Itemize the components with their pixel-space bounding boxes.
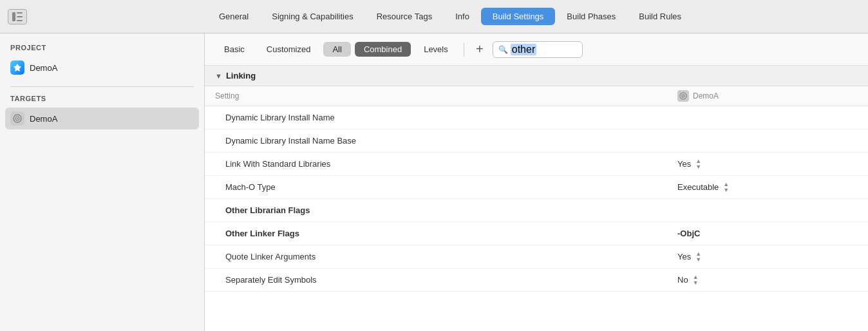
row-setting-label: Dynamic Library Install Name xyxy=(225,113,677,122)
section-title: Linking xyxy=(226,71,256,80)
filter-divider xyxy=(464,43,464,57)
tab-general[interactable]: General xyxy=(207,8,260,25)
row-value: -ObjC xyxy=(677,229,858,238)
project-section-label: PROJECT xyxy=(0,44,204,57)
demoa-column-icon xyxy=(677,90,689,102)
sidebar-toggle-button[interactable] xyxy=(8,9,27,24)
svg-point-6 xyxy=(17,118,18,119)
target-name: DemoA xyxy=(30,114,57,124)
tab-signing[interactable]: Signing & Capabilities xyxy=(260,8,364,25)
table-row[interactable]: Other Librarian Flags xyxy=(205,199,868,222)
stepper-icon: ▲▼ xyxy=(695,251,701,263)
levels-filter-button[interactable]: Levels xyxy=(415,42,457,57)
svg-rect-2 xyxy=(17,16,23,17)
search-highlight: other xyxy=(511,44,536,55)
top-nav-bar: General Signing & Capabilities Resource … xyxy=(0,0,868,33)
targets-section-label: TARGETS xyxy=(0,95,204,108)
main-content: PROJECT DemoA TARGETS DemoA xyxy=(0,33,868,331)
stepper-icon: ▲▼ xyxy=(723,182,729,193)
row-setting-label: Other Librarian Flags xyxy=(225,205,677,215)
tab-info[interactable]: Info xyxy=(444,8,481,25)
sidebar-project-demoa[interactable]: DemoA xyxy=(0,57,204,79)
all-filter-button[interactable]: All xyxy=(323,42,350,57)
table-row[interactable]: Other Linker Flags -ObjC xyxy=(205,222,868,245)
search-icon: 🔍 xyxy=(498,45,508,54)
target-icon xyxy=(10,111,24,126)
table-row[interactable]: Dynamic Library Install Name Base xyxy=(205,129,868,153)
column-headers: Setting DemoA xyxy=(205,86,868,106)
row-value: No ▲▼ xyxy=(677,274,858,286)
table-row[interactable]: Separately Edit Symbols No ▲▼ xyxy=(205,269,868,292)
svg-rect-3 xyxy=(17,20,23,21)
settings-table: ▼ Linking Setting DemoA xyxy=(205,66,868,331)
tab-build-rules[interactable]: Build Rules xyxy=(627,8,693,25)
row-setting-label: Link With Standard Libraries xyxy=(225,159,677,169)
setting-column-header: Setting xyxy=(215,91,677,100)
linking-section-header[interactable]: ▼ Linking xyxy=(205,66,868,86)
row-setting-label: Other Linker Flags xyxy=(225,229,677,238)
search-box: 🔍 other xyxy=(493,41,583,58)
table-row[interactable]: Link With Standard Libraries Yes ▲▼ xyxy=(205,153,868,176)
combined-filter-button[interactable]: Combined xyxy=(355,42,411,57)
demoa-column-header: DemoA xyxy=(677,90,858,102)
sidebar-target-demoa[interactable]: DemoA xyxy=(5,108,199,129)
row-setting-label: Quote Linker Arguments xyxy=(225,252,677,261)
chevron-down-icon: ▼ xyxy=(215,72,222,80)
nav-tabs: General Signing & Capabilities Resource … xyxy=(40,8,860,25)
customized-filter-button[interactable]: Customized xyxy=(258,42,320,57)
svg-rect-1 xyxy=(17,12,23,14)
sidebar-divider xyxy=(10,86,194,87)
tab-build-phases[interactable]: Build Phases xyxy=(555,8,627,25)
sidebar: PROJECT DemoA TARGETS DemoA xyxy=(0,33,205,331)
stepper-icon: ▲▼ xyxy=(693,274,699,286)
row-setting-label: Dynamic Library Install Name Base xyxy=(225,136,677,146)
row-setting-label: Separately Edit Symbols xyxy=(225,275,677,285)
row-value: Executable ▲▼ xyxy=(677,182,858,193)
row-value: Yes ▲▼ xyxy=(677,251,858,263)
stepper-icon: ▲▼ xyxy=(695,158,701,170)
content-area: Basic Customized All Combined Levels + 🔍… xyxy=(205,33,868,331)
tab-build-settings[interactable]: Build Settings xyxy=(481,8,556,25)
svg-rect-0 xyxy=(12,12,15,21)
row-value: Yes ▲▼ xyxy=(677,158,858,170)
svg-point-9 xyxy=(683,95,683,96)
row-setting-label: Mach-O Type xyxy=(225,182,677,192)
add-setting-button[interactable]: + xyxy=(471,41,489,59)
table-row[interactable]: Mach-O Type Executable ▲▼ xyxy=(205,176,868,199)
table-row[interactable]: Dynamic Library Install Name xyxy=(205,106,868,129)
project-name: DemoA xyxy=(30,63,57,73)
filter-bar: Basic Customized All Combined Levels + 🔍… xyxy=(205,33,868,66)
table-row[interactable]: Quote Linker Arguments Yes ▲▼ xyxy=(205,245,868,269)
basic-filter-button[interactable]: Basic xyxy=(215,42,254,57)
tab-resource-tags[interactable]: Resource Tags xyxy=(365,8,444,25)
app-icon xyxy=(10,61,24,75)
